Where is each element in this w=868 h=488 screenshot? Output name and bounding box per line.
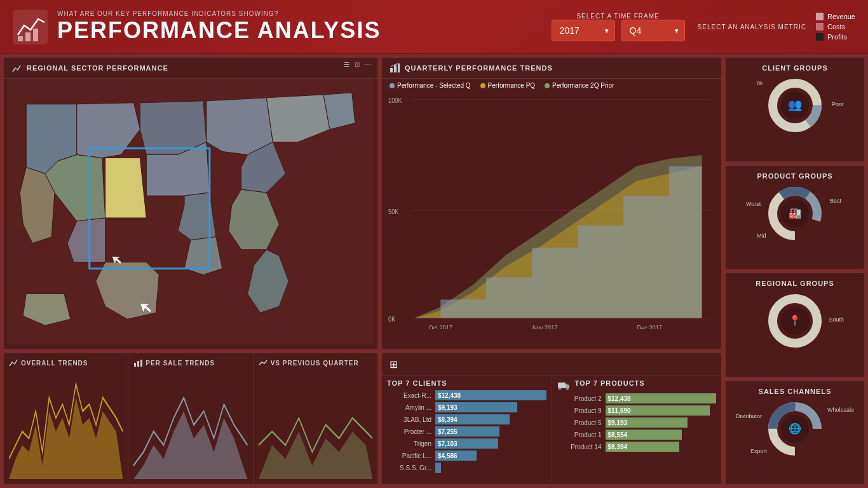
- product-label-3: Product 1: [557, 431, 602, 438]
- sales-channels-donut: 🌐 Distributor Wholesale Export: [754, 400, 836, 458]
- product-bar-2: $9,193: [606, 417, 717, 428]
- quarter-dropdown-wrap[interactable]: Q4Q3Q2Q1 ▼: [621, 20, 685, 41]
- client-0k-label: 0k: [757, 80, 763, 86]
- client-bar-5: $4,586: [435, 451, 546, 461]
- client-bar-1: $9,193: [435, 402, 546, 412]
- product-bar-4: $8,394: [606, 442, 717, 452]
- main-content: REGIONAL SECTOR PERFORMANCE ☰ ⊡ ⋯: [0, 54, 868, 488]
- map-panel-header: REGIONAL SECTOR PERFORMANCE ☰ ⊡ ⋯: [4, 58, 377, 79]
- truck-icon: [557, 380, 570, 390]
- product-bar-fill-1: $11,690: [606, 405, 710, 416]
- product-bar-0: $12,438: [606, 393, 717, 403]
- client-bar-fill-6: [435, 463, 441, 473]
- client-label-5: Pacific L...: [387, 452, 431, 459]
- svg-rect-60: [140, 360, 142, 367]
- product-bar-1: $11,690: [606, 405, 717, 416]
- vs-previous-icon: [259, 358, 268, 367]
- svg-text:👥: 👥: [788, 98, 803, 112]
- quarterly-chart-svg: 100K 50K 0K Oct 2017 Nov 2017 Dec 2017: [388, 92, 715, 329]
- product-best-label: Best: [830, 198, 841, 204]
- client-label-1: Amylin ...: [387, 404, 431, 411]
- sales-channels-title: SALES CHANNELS: [759, 388, 832, 395]
- revenue-label: Revenue: [827, 13, 855, 20]
- product-label-4: Product 14: [557, 444, 602, 451]
- table-row: Product 5 $9,193: [557, 417, 717, 428]
- svg-text:Nov 2017: Nov 2017: [532, 325, 558, 329]
- analysis-metric-block: SELECT AN ANALYSIS METRIC Revenue Costs …: [698, 13, 855, 41]
- overall-trends-icon: [9, 358, 18, 367]
- table-row: Amylin ... $9,193: [387, 402, 546, 412]
- quarterly-chart: 100K 50K 0K Oct 2017 Nov 2017 Dec 2017: [382, 92, 721, 332]
- map-toolbar-icon1[interactable]: ☰: [344, 61, 349, 68]
- regional-groups-title: REGIONAL GROUPS: [756, 280, 834, 287]
- client-bar-4: $7,103: [435, 438, 546, 449]
- svg-marker-64: [566, 384, 569, 388]
- overall-trends-svg: [9, 370, 123, 479]
- tables-icon: ⊞: [390, 358, 398, 370]
- product-label-0: Product 2: [557, 395, 602, 402]
- map-toolbar-icon3[interactable]: ⋯: [365, 61, 371, 68]
- costs-label: Costs: [827, 23, 845, 30]
- svg-rect-59: [137, 361, 139, 367]
- legend-dot-2q: [545, 83, 550, 88]
- legend-costs[interactable]: Costs: [816, 23, 855, 30]
- table-row: Product 1 $8,554: [557, 430, 717, 440]
- overall-trends-chart: OVERALL TRENDS: [4, 353, 128, 484]
- map-toolbar-icon2[interactable]: ⊡: [355, 61, 360, 68]
- products-table: TOP 7 PRODUCTS Product 2 $12,438 Product…: [552, 376, 722, 482]
- svg-point-65: [559, 388, 561, 390]
- product-mid-label: Mid: [757, 233, 766, 239]
- svg-marker-9: [105, 158, 147, 218]
- mini-charts-container: OVERALL TRENDS PER SALE: [4, 353, 377, 484]
- legend-revenue[interactable]: Revenue: [816, 13, 855, 20]
- table-row: Exact-R... $12,438: [387, 390, 546, 400]
- per-sale-trends-title: PER SALE TRENDS: [133, 358, 247, 367]
- legend-items: Revenue Costs Profits: [816, 13, 855, 41]
- legend-2q: Performance 2Q Prior: [545, 82, 614, 89]
- quarterly-panel-header: QUARTERLY PERFORMANCE TRENDS: [382, 58, 721, 79]
- legend-dot-pq: [480, 83, 485, 88]
- table-row: Product 2 $12,438: [557, 393, 717, 403]
- products-table-title: TOP 7 PRODUCTS: [575, 379, 645, 387]
- product-groups-donut: 🏭 Worst Best Mid: [760, 185, 830, 242]
- header: WHAT ARE OUR KEY PERFORMANCE INDICATORS …: [0, 0, 868, 54]
- tables-container: TOP 7 CLIENTS Exact-R... $12,438 Amylin …: [382, 376, 721, 482]
- svg-marker-57: [9, 398, 123, 479]
- product-label-1: Product 9: [557, 407, 602, 414]
- overall-trends-area: [9, 370, 123, 479]
- quarterly-chart-icon: [390, 63, 400, 73]
- dropdowns: 201720162015 ▼ Q4Q3Q2Q1 ▼: [552, 20, 685, 41]
- client-groups-title: CLIENT GROUPS: [762, 64, 827, 72]
- legend-label-pq: Performance PQ: [488, 82, 535, 89]
- products-header: TOP 7 PRODUCTS: [557, 379, 717, 390]
- legend-label-2q: Performance 2Q Prior: [552, 82, 614, 89]
- svg-text:🏭: 🏭: [789, 207, 801, 219]
- sales-export-label: Export: [750, 448, 767, 454]
- client-bar-3: $7,255: [435, 426, 546, 437]
- year-dropdown[interactable]: 201720162015: [552, 20, 615, 41]
- table-row: Product 9 $11,690: [557, 405, 717, 416]
- sales-wholesale-label: Wholesale: [827, 407, 854, 413]
- table-row: 3LAB, Ltd $8,394: [387, 414, 546, 424]
- client-label-2: 3LAB, Ltd: [387, 416, 431, 423]
- map-chart-icon: [11, 63, 22, 73]
- client-label-0: Exact-R...: [387, 392, 431, 399]
- svg-text:🌐: 🌐: [789, 423, 801, 435]
- table-row: Pacific L... $4,586: [387, 451, 546, 461]
- svg-rect-26: [394, 65, 397, 72]
- table-row: Trigen $7,103: [387, 438, 546, 449]
- year-dropdown-wrap[interactable]: 201720162015 ▼: [552, 20, 615, 41]
- svg-text:50K: 50K: [388, 208, 399, 216]
- svg-text:Oct 2017: Oct 2017: [428, 325, 452, 329]
- product-worst-label: Worst: [746, 201, 761, 207]
- legend-profits[interactable]: Profits: [816, 33, 855, 41]
- client-bar-fill-3: $7,255: [435, 426, 499, 437]
- quarter-dropdown[interactable]: Q4Q3Q2Q1: [621, 20, 685, 41]
- svg-rect-25: [390, 68, 393, 72]
- vs-previous-svg: [259, 370, 372, 479]
- vs-previous-area: [259, 370, 372, 479]
- header-title: PERFORMANCE ANALYSIS: [57, 17, 552, 44]
- per-sale-trends-chart: PER SALE TRENDS: [128, 353, 253, 484]
- regional-groups-section: REGIONAL GROUPS 📍 South: [725, 273, 865, 377]
- svg-point-66: [566, 388, 569, 390]
